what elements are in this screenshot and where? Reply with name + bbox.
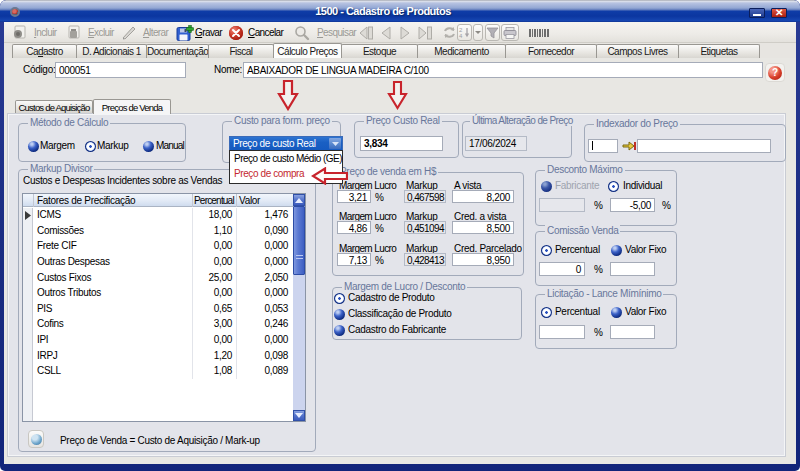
svg-text:4: 4 [459,33,463,39]
